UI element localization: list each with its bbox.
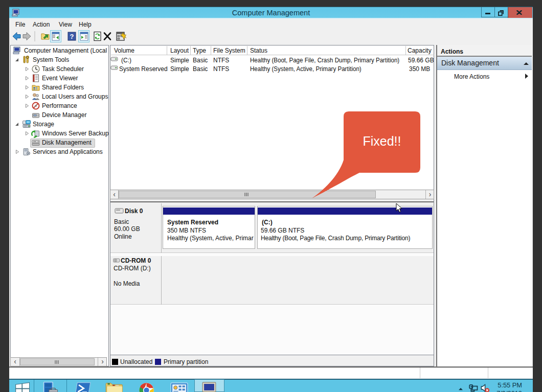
svg-text:Fixed!!: Fixed!! [363,134,401,148]
svg-text:?: ? [70,33,74,40]
